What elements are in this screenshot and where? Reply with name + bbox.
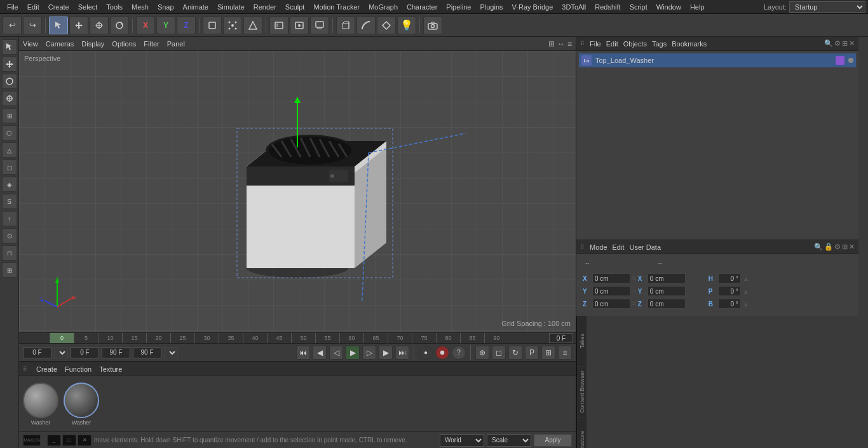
component-mode-button[interactable] xyxy=(223,17,242,34)
menu-redshift[interactable]: Redshift xyxy=(590,2,625,12)
sidebar-btn6[interactable]: ⬡ xyxy=(2,125,17,140)
timeline-tick-90[interactable]: 90 xyxy=(484,333,508,343)
tab-structure[interactable]: Structure xyxy=(577,417,587,448)
prev-keyframe-button[interactable]: ◁ xyxy=(329,346,343,360)
timeline-tick-40[interactable]: 40 xyxy=(243,333,267,343)
start-frame-input[interactable] xyxy=(23,347,51,358)
timeline-area[interactable]: 0 5 10 15 20 25 30 35 40 45 50 55 60 65 … xyxy=(19,332,576,344)
auto-record-button[interactable]: P xyxy=(525,346,539,360)
timeline-tick-20[interactable]: 20 xyxy=(146,333,170,343)
scale-tool-button[interactable] xyxy=(90,17,109,34)
world-dropdown[interactable]: World Object xyxy=(440,434,484,447)
menu-help[interactable]: Help xyxy=(686,2,709,12)
grid-tool-button[interactable]: ⊞ xyxy=(541,346,555,360)
prev-frame-button[interactable]: ◀ xyxy=(313,346,327,360)
sidebar-btn9[interactable]: ◈ xyxy=(2,177,17,192)
sidebar-btn12[interactable]: ⊙ xyxy=(2,228,17,243)
y-pos-input[interactable] xyxy=(592,286,630,296)
menu-plugins[interactable]: Plugins xyxy=(475,2,507,12)
select-tool-button[interactable] xyxy=(49,17,68,34)
menu-vray[interactable]: V-Ray Bridge xyxy=(508,2,558,12)
expand-icon[interactable]: ⊞ xyxy=(842,39,848,48)
tab-takes[interactable]: Takes xyxy=(577,316,587,367)
attributes-menu-mode[interactable]: Mode xyxy=(590,243,607,251)
attr-search-icon[interactable]: 🔍 xyxy=(814,243,823,251)
timeline-tick-85[interactable]: 85 xyxy=(460,333,484,343)
timeline-tick-15[interactable]: 15 xyxy=(122,333,146,343)
y-axis-button[interactable]: Y xyxy=(156,17,175,34)
sidebar-rotate-btn[interactable] xyxy=(2,74,17,89)
tab-content-browser[interactable]: Content Browser xyxy=(577,367,587,417)
viewport-lock-icon[interactable]: ↔ xyxy=(557,39,565,48)
render-view-button[interactable] xyxy=(310,17,329,34)
h-angle-input[interactable] xyxy=(718,273,741,283)
menu-sculpt[interactable]: Sculpt xyxy=(281,2,309,12)
menu-select[interactable]: Select xyxy=(74,2,102,12)
goto-end-button[interactable]: ⏭ xyxy=(395,346,409,360)
menu-window[interactable]: Window xyxy=(652,2,686,12)
nurbs-button[interactable] xyxy=(356,17,376,34)
y-pos-input2[interactable] xyxy=(648,286,686,296)
rotate-tool-button[interactable] xyxy=(110,17,129,34)
timeline-tick-0[interactable]: 0 xyxy=(50,333,74,343)
timeline-tick-5[interactable]: 5 xyxy=(74,333,98,343)
sidebar-btn7[interactable]: △ xyxy=(2,142,17,158)
menu-mesh[interactable]: Mesh xyxy=(127,2,153,12)
window-close-btn[interactable]: ✕ xyxy=(78,435,92,446)
z-pos-input[interactable] xyxy=(592,299,630,309)
close-icon[interactable]: ✕ xyxy=(849,39,855,48)
next-frame-button[interactable]: ▶ xyxy=(379,346,393,360)
window-minimize-btn[interactable]: _ xyxy=(47,435,61,446)
viewport-3d[interactable]: Perspective Grid Spacing : 100 cm xyxy=(19,51,576,332)
p-up-arrow[interactable]: ▲ xyxy=(743,288,749,295)
menu-tools[interactable]: Tools xyxy=(102,2,127,12)
menu-snap[interactable]: Snap xyxy=(153,2,179,12)
menu-create[interactable]: Create xyxy=(44,2,74,12)
material-item-2[interactable]: Washer xyxy=(64,383,99,426)
material-sphere-1[interactable] xyxy=(23,383,58,418)
menu-script[interactable]: Script xyxy=(625,2,652,12)
timeline-tick-75[interactable]: 75 xyxy=(412,333,436,343)
viewport-menu-view[interactable]: View xyxy=(23,40,38,48)
sidebar-btn10[interactable]: S xyxy=(2,194,17,209)
menu-character[interactable]: Character xyxy=(402,2,442,12)
sidebar-btn13[interactable]: ⊓ xyxy=(2,245,17,261)
x-axis-button[interactable]: X xyxy=(136,17,155,34)
objects-menu-bookmarks[interactable]: Bookmarks xyxy=(672,40,707,48)
menu-pipeline[interactable]: Pipeline xyxy=(442,2,475,12)
menu-file[interactable]: File xyxy=(3,2,23,12)
timeline-tick-25[interactable]: 25 xyxy=(170,333,194,343)
frame-rate-select[interactable]: ▼ xyxy=(54,347,68,358)
viewport-menu-display[interactable]: Display xyxy=(81,40,104,48)
render-button[interactable] xyxy=(290,17,309,34)
menu-render[interactable]: Render xyxy=(249,2,281,12)
attr-expand-icon[interactable]: ⊞ xyxy=(842,243,848,251)
menu-simulate[interactable]: Simulate xyxy=(213,2,249,12)
move-tool-transport[interactable]: ⊕ xyxy=(475,346,489,360)
b-angle-input[interactable] xyxy=(718,299,741,309)
menu-mograph[interactable]: MoGraph xyxy=(364,2,402,12)
end-frame-input[interactable] xyxy=(102,347,130,358)
edge-mode-button[interactable] xyxy=(243,17,262,34)
scale-dropdown[interactable]: Scale Move Rotate xyxy=(487,434,531,447)
material-menu-create[interactable]: Create xyxy=(36,365,57,373)
menu-motion-tracker[interactable]: Motion Tracker xyxy=(309,2,364,12)
material-item-1[interactable]: Washer xyxy=(23,383,58,426)
objects-menu-edit[interactable]: Edit xyxy=(606,40,618,48)
timeline-tick-80[interactable]: 80 xyxy=(436,333,460,343)
settings-icon[interactable]: ⚙ xyxy=(834,39,841,48)
objects-content[interactable]: Lo Top_Load_Washer xyxy=(576,51,858,240)
attr-settings-icon[interactable]: ⚙ xyxy=(834,243,841,251)
timeline-tick-60[interactable]: 60 xyxy=(339,333,363,343)
sidebar-btn14[interactable]: ⊞ xyxy=(2,262,17,278)
auto-key-button[interactable]: ⏺ xyxy=(435,346,449,360)
timeline-tick-45[interactable]: 45 xyxy=(267,333,291,343)
material-menu-function[interactable]: Function xyxy=(65,365,92,373)
timeline-tick-65[interactable]: 65 xyxy=(363,333,388,343)
layout-dropdown[interactable]: Startup xyxy=(789,1,865,13)
viewport-expand-icon[interactable]: ⊞ xyxy=(548,39,555,48)
b-up-arrow[interactable]: ▲ xyxy=(743,301,749,308)
menu-edit[interactable]: Edit xyxy=(23,2,44,12)
viewport-menu-icon[interactable]: ≡ xyxy=(567,39,572,48)
viewport-menu-cameras[interactable]: Cameras xyxy=(46,40,74,48)
